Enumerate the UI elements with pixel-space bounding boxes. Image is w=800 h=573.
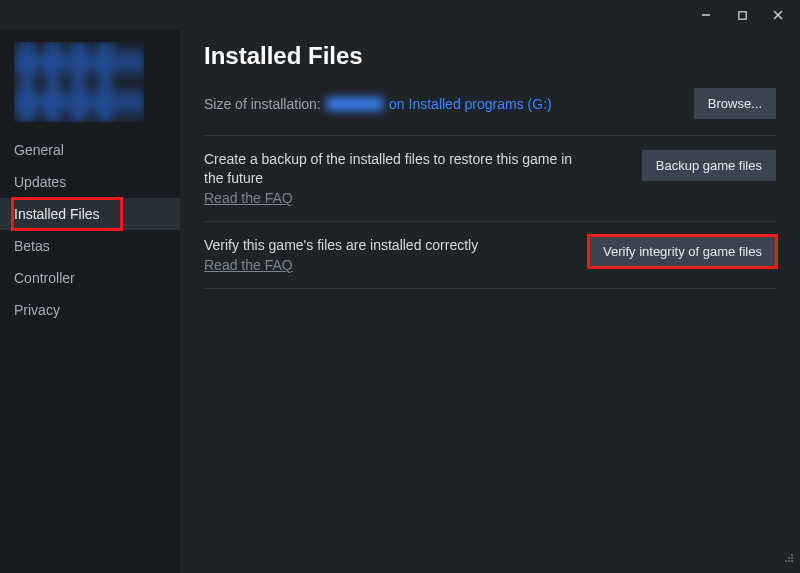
verify-integrity-button[interactable]: Verify integrity of game files xyxy=(589,236,776,267)
browse-button[interactable]: Browse... xyxy=(694,88,776,119)
sidebar-item-installed-files[interactable]: Installed Files xyxy=(0,198,180,230)
close-button[interactable] xyxy=(764,4,792,26)
size-value-redacted xyxy=(327,97,383,111)
svg-point-4 xyxy=(791,560,793,562)
sidebar-item-general[interactable]: General xyxy=(0,134,180,166)
svg-point-8 xyxy=(788,557,790,559)
svg-rect-1 xyxy=(738,11,745,18)
svg-point-7 xyxy=(785,560,787,562)
maximize-button[interactable] xyxy=(728,4,756,26)
sidebar: General Updates Installed Files Betas Co… xyxy=(0,30,180,573)
svg-point-9 xyxy=(791,554,793,556)
sidebar-item-updates[interactable]: Updates xyxy=(0,166,180,198)
sidebar-item-label: Updates xyxy=(14,174,66,190)
minimize-button[interactable] xyxy=(692,4,720,26)
window-titlebar xyxy=(0,0,800,30)
backup-description: Create a backup of the installed files t… xyxy=(204,150,574,188)
sidebar-item-label: General xyxy=(14,142,64,158)
svg-point-6 xyxy=(791,557,793,559)
svg-point-5 xyxy=(788,560,790,562)
sidebar-item-label: Betas xyxy=(14,238,50,254)
divider xyxy=(204,288,776,289)
resize-grip-icon[interactable] xyxy=(782,549,794,567)
verify-faq-link[interactable]: Read the FAQ xyxy=(204,257,293,273)
installed-location-link[interactable]: on Installed programs (G:) xyxy=(389,96,552,112)
size-prefix: Size of installation: xyxy=(204,96,325,112)
backup-faq-link[interactable]: Read the FAQ xyxy=(204,190,293,206)
backup-game-files-button[interactable]: Backup game files xyxy=(642,150,776,181)
sidebar-item-privacy[interactable]: Privacy xyxy=(0,294,180,326)
main-panel: Installed Files Size of installation: on… xyxy=(180,30,800,573)
sidebar-item-label: Privacy xyxy=(14,302,60,318)
installation-size-line: Size of installation: on Installed progr… xyxy=(204,95,552,113)
divider xyxy=(204,221,776,222)
sidebar-item-betas[interactable]: Betas xyxy=(0,230,180,262)
divider xyxy=(204,135,776,136)
sidebar-item-label: Installed Files xyxy=(14,206,100,222)
sidebar-item-controller[interactable]: Controller xyxy=(0,262,180,294)
page-title: Installed Files xyxy=(204,42,776,70)
verify-description: Verify this game's files are installed c… xyxy=(204,236,478,255)
game-header-image xyxy=(14,42,144,122)
sidebar-item-label: Controller xyxy=(14,270,75,286)
